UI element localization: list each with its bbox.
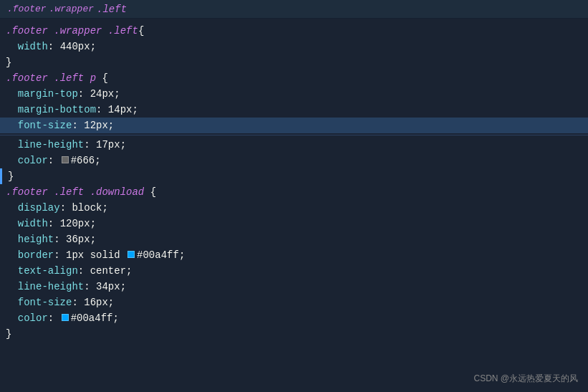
val-border: 1px solid	[66, 249, 126, 261]
val-height: 36px	[66, 234, 90, 245]
breadcrumb-part1: .footer	[7, 4, 47, 14]
color-swatch-666	[62, 156, 69, 163]
val-line-height-2: 34px	[96, 281, 120, 292]
prop-color-2: color	[18, 312, 48, 324]
prop-font-size-1: font-size	[18, 120, 72, 131]
val-display: block	[72, 202, 102, 214]
code-line-11: .footer .left .download {	[0, 184, 588, 200]
divider-1	[0, 135, 588, 135]
watermark: CSDN @永远热爱夏天的风	[473, 373, 578, 385]
val-border-color: #00a4ff	[137, 249, 179, 261]
prop-width-1: width	[18, 41, 48, 52]
code-line-8: line-height: 17px;	[0, 137, 588, 153]
code-line-2: width: 440px;	[0, 39, 588, 54]
brace-open-1: {	[138, 25, 144, 37]
val-font-size-1: 12px	[84, 120, 108, 131]
code-line-14: height: 36px;	[0, 231, 588, 247]
brace-close-3: }	[6, 328, 11, 340]
color-swatch-00a4ff-1	[127, 251, 135, 258]
left-accent	[0, 168, 2, 184]
prop-border: border	[18, 249, 54, 261]
code-line-17: line-height: 34px;	[0, 279, 588, 295]
prop-width-2: width	[18, 218, 48, 229]
breadcrumb-part3: .left	[97, 4, 127, 15]
val-margin-top: 24px	[90, 88, 115, 100]
code-line-4: .footer .left p {	[0, 70, 588, 86]
code-line-7: font-size: 12px;	[0, 118, 588, 133]
val-color-1: #666	[71, 155, 95, 166]
code-line-20: }	[0, 326, 588, 342]
code-line-3: }	[0, 54, 588, 70]
selector-2: .footer .left p	[6, 72, 96, 84]
selector-3: .footer .left .download	[6, 186, 144, 198]
color-swatch-00a4ff-2	[62, 314, 69, 321]
prop-color-1: color	[18, 155, 48, 166]
brace-close-1: }	[6, 57, 11, 68]
code-editor: .footer .wrapper .left .footer .wrapper …	[0, 0, 588, 392]
val-text-align: center	[90, 265, 126, 277]
code-line-10: }	[0, 168, 588, 184]
val-color-2: #00a4ff	[71, 312, 113, 324]
code-line-5: margin-top: 24px;	[0, 86, 588, 102]
val-width-1: 440px	[60, 41, 90, 52]
breadcrumb-bar: .footer .wrapper .left	[0, 0, 588, 19]
prop-height: height	[18, 234, 54, 245]
brace-close-2: }	[8, 171, 14, 182]
code-line-12: display: block;	[0, 200, 588, 216]
prop-line-height-1: line-height	[18, 139, 84, 150]
prop-line-height-2: line-height	[18, 281, 84, 292]
code-area: .footer .wrapper .left{ width: 440px; } …	[0, 19, 588, 346]
prop-text-align: text-align	[18, 265, 78, 277]
code-line-18: font-size: 16px;	[0, 295, 588, 310]
code-line-9: color: #666;	[0, 153, 588, 168]
code-line-1: .footer .wrapper .left{	[0, 23, 588, 39]
code-line-16: text-align: center;	[0, 263, 588, 279]
code-line-15: border: 1px solid #00a4ff;	[0, 247, 588, 263]
prop-display: display	[18, 202, 60, 214]
prop-margin-top: margin-top	[18, 88, 78, 100]
val-font-size-2: 16px	[84, 297, 108, 308]
selector-1: .footer .wrapper .left	[6, 25, 138, 37]
code-line-13: width: 120px;	[0, 216, 588, 231]
val-line-height-1: 17px	[96, 139, 120, 150]
code-line-6: margin-bottom: 14px;	[0, 102, 588, 118]
prop-font-size-2: font-size	[18, 297, 72, 308]
breadcrumb-part2: .wrapper	[49, 4, 94, 14]
val-margin-bottom: 14px	[108, 104, 132, 115]
code-line-19: color: #00a4ff;	[0, 310, 588, 326]
prop-margin-bottom: margin-bottom	[18, 104, 96, 115]
val-width-2: 120px	[60, 218, 90, 229]
